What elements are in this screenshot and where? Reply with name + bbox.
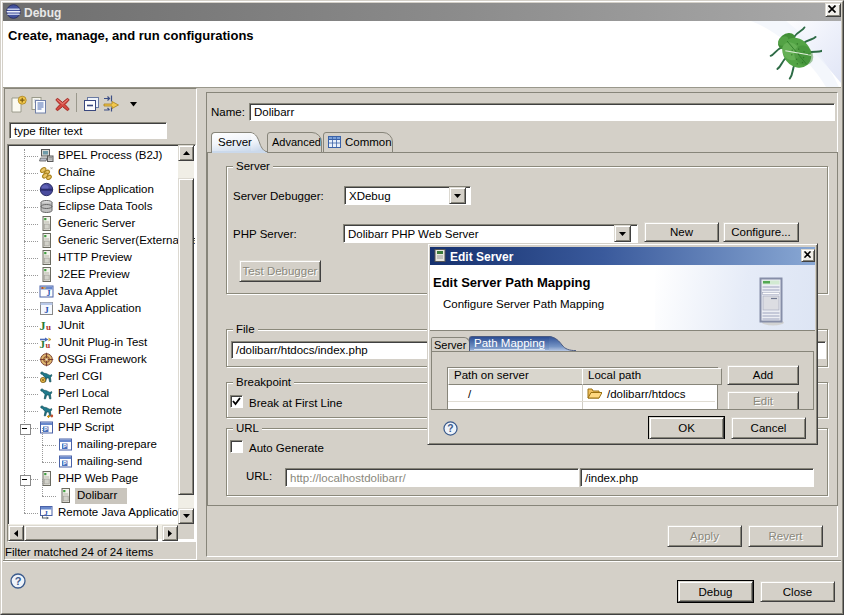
svg-text:J: J	[47, 289, 51, 298]
svg-text:?: ?	[447, 423, 453, 434]
svg-text:P: P	[63, 443, 67, 449]
svg-text:P: P	[44, 426, 48, 432]
svg-text:J: J	[44, 305, 49, 315]
svg-text:P: P	[63, 460, 67, 466]
svg-text:u: u	[46, 340, 51, 350]
svg-text:u: u	[46, 322, 51, 332]
svg-text:J: J	[44, 509, 48, 517]
svg-text:J: J	[40, 319, 46, 333]
svg-text:?: ?	[15, 575, 22, 587]
